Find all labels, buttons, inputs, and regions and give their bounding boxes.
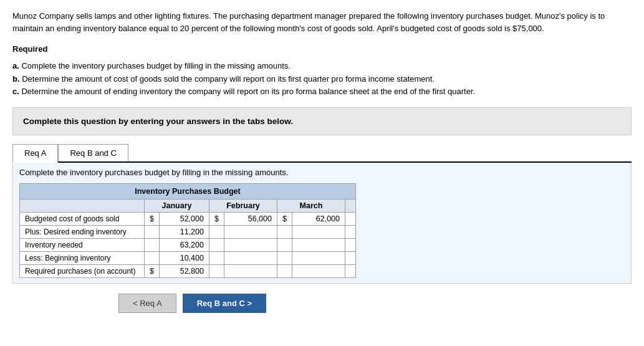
dollar-mar-2 bbox=[277, 239, 292, 252]
col-header-feb: February bbox=[209, 199, 277, 213]
row-label-4: Required purchases (on account) bbox=[20, 265, 145, 278]
dollar-feb-2 bbox=[209, 239, 224, 252]
input-field-mar-3[interactable] bbox=[292, 252, 345, 264]
value-jan-2: 63,200 bbox=[159, 239, 209, 252]
input-feb-4[interactable] bbox=[224, 265, 277, 278]
req-text-c: Determine the amount of ending inventory… bbox=[21, 87, 475, 96]
tab-req-a-label: Req A bbox=[24, 148, 46, 158]
col-header-mar: March bbox=[277, 199, 345, 213]
input-mar-3[interactable] bbox=[292, 252, 345, 265]
dollar-feb-1 bbox=[209, 226, 224, 239]
budget-table-container: Inventory Purchases Budget January Febru… bbox=[19, 183, 625, 278]
tab-req-b-and-c-label: Req B and C bbox=[70, 148, 116, 158]
dollar-jan-4: $ bbox=[145, 265, 160, 278]
req-text-b: Determine the amount of cost of goods so… bbox=[22, 74, 435, 84]
req-item-b: b. Determine the amount of cost of goods… bbox=[12, 73, 632, 86]
row-label-0: Budgeted cost of goods sold bbox=[20, 213, 145, 226]
table-row: Plus: Desired ending inventory 11,200 bbox=[20, 226, 356, 239]
input-mar-4[interactable] bbox=[292, 265, 345, 278]
input-field-feb-2[interactable] bbox=[224, 239, 277, 251]
value-jan-4: 52,800 bbox=[159, 265, 209, 278]
dollar-feb-3 bbox=[209, 252, 224, 265]
tab-instruction: Complete the inventory purchases budget … bbox=[19, 168, 625, 177]
input-feb-2[interactable] bbox=[224, 239, 277, 252]
extra-1 bbox=[345, 226, 356, 239]
value-jan-1: 11,200 bbox=[159, 226, 209, 239]
value-jan-0: 52,000 bbox=[159, 213, 209, 226]
dollar-mar-1 bbox=[277, 226, 292, 239]
value-mar-0: 62,000 bbox=[292, 213, 345, 226]
dollar-feb-0: $ bbox=[209, 213, 224, 226]
req-label-a: a. bbox=[12, 61, 19, 70]
extra-4 bbox=[345, 265, 356, 278]
dollar-jan-3 bbox=[145, 252, 160, 265]
extra-2 bbox=[345, 239, 356, 252]
prev-button-label: < Req A bbox=[133, 299, 162, 308]
table-row: Less: Beginning inventory 10,400 bbox=[20, 252, 356, 265]
table-row: Required purchases (on account) $ 52,800 bbox=[20, 265, 356, 278]
dollar-jan-2 bbox=[145, 239, 160, 252]
extra-0 bbox=[345, 213, 356, 226]
req-label-b: b. bbox=[12, 74, 20, 84]
req-text-a: Complete the inventory purchases budget … bbox=[21, 61, 290, 70]
table-row: Inventory needed 63,200 bbox=[20, 239, 356, 252]
input-mar-1[interactable] bbox=[292, 226, 345, 239]
required-title: Required bbox=[12, 43, 632, 56]
tab-req-b-and-c[interactable]: Req B and C bbox=[58, 144, 128, 161]
table-title: Inventory Purchases Budget bbox=[20, 184, 356, 199]
intro-paragraph: Munoz Company sells lamps and other ligh… bbox=[12, 10, 632, 34]
extra-3 bbox=[345, 252, 356, 265]
budget-table: Inventory Purchases Budget January Febru… bbox=[19, 183, 356, 278]
req-item-c: c. Determine the amount of ending invent… bbox=[12, 85, 632, 99]
value-feb-0: 56,000 bbox=[224, 213, 277, 226]
req-item-a: a. Complete the inventory purchases budg… bbox=[12, 60, 632, 73]
input-field-mar-1[interactable] bbox=[292, 226, 345, 238]
value-jan-3: 10,400 bbox=[159, 252, 209, 265]
nav-buttons: < Req A Req B and C > bbox=[12, 294, 632, 313]
dollar-mar-0: $ bbox=[277, 213, 292, 226]
row-label-3: Less: Beginning inventory bbox=[20, 252, 145, 265]
dollar-mar-4 bbox=[277, 265, 292, 278]
input-field-mar-2[interactable] bbox=[292, 239, 345, 251]
tabs-row: Req A Req B and C bbox=[12, 144, 632, 161]
row-label-1: Plus: Desired ending inventory bbox=[20, 226, 145, 239]
input-feb-3[interactable] bbox=[224, 252, 277, 265]
table-row: Budgeted cost of goods sold $ 52,000 $ 5… bbox=[20, 213, 356, 226]
input-field-feb-4[interactable] bbox=[224, 265, 277, 277]
required-section: Required a. Complete the inventory purch… bbox=[12, 43, 632, 99]
tab-req-a[interactable]: Req A bbox=[12, 144, 58, 163]
row-label-2: Inventory needed bbox=[20, 239, 145, 252]
input-mar-2[interactable] bbox=[292, 239, 345, 252]
input-feb-1[interactable] bbox=[224, 226, 277, 239]
prev-button[interactable]: < Req A bbox=[118, 294, 176, 313]
dollar-mar-3 bbox=[277, 252, 292, 265]
next-button[interactable]: Req B and C > bbox=[183, 294, 267, 313]
tabs-area: Req A Req B and C bbox=[12, 144, 632, 163]
complete-box-text: Complete this question by entering your … bbox=[23, 117, 293, 126]
input-field-feb-3[interactable] bbox=[224, 252, 277, 264]
input-field-feb-1[interactable] bbox=[224, 226, 277, 238]
dollar-jan-0: $ bbox=[145, 213, 160, 226]
tab-content: Complete the inventory purchases budget … bbox=[12, 163, 632, 284]
req-label-c: c. bbox=[12, 87, 19, 96]
dollar-jan-1 bbox=[145, 226, 160, 239]
input-field-mar-4[interactable] bbox=[292, 265, 345, 277]
col-header-extra bbox=[345, 199, 356, 213]
col-header-empty bbox=[20, 199, 145, 213]
complete-box: Complete this question by entering your … bbox=[12, 107, 632, 135]
dollar-feb-4 bbox=[209, 265, 224, 278]
next-button-label: Req B and C > bbox=[197, 299, 252, 308]
col-header-jan: January bbox=[145, 199, 209, 213]
